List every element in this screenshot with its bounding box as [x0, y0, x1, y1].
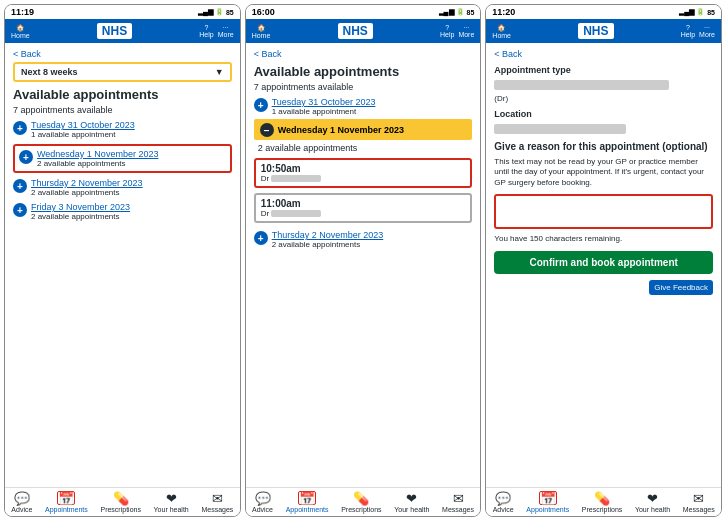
appt-date-4: Friday 3 November 2023	[31, 202, 130, 212]
nhs-header-2: 🏠 Home NHS ? Help ··· More	[246, 19, 481, 43]
battery-icon-3: 🔋	[696, 8, 705, 16]
battery-pct-3: 85	[707, 9, 715, 16]
status-icons-2: ▂▄▆ 🔋 85	[439, 8, 475, 16]
home-icon-1: 🏠	[16, 24, 25, 32]
bottom-nav-1: 💬 Advice 📅 Appointments 💊 Prescriptions …	[5, 487, 240, 516]
appt-type-value-bar	[494, 80, 669, 90]
appointments-icon-3: 📅	[539, 491, 557, 505]
nav-health-3[interactable]: ❤ Your health	[635, 491, 670, 513]
nhs-logo-1: NHS	[97, 23, 132, 39]
nhs-logo-2: NHS	[338, 23, 373, 39]
nav-appointments-3[interactable]: 📅 Appointments	[526, 491, 569, 513]
phone-3: 11:20 ▂▄▆ 🔋 85 🏠 Home NHS ? Help ··· Mor	[485, 4, 722, 517]
dr-text-2: Dr	[261, 209, 466, 218]
signal-icon-3: ▂▄▆	[679, 8, 694, 16]
time-slot-2[interactable]: 11:00am Dr	[254, 193, 473, 223]
help-more-3: ? Help ··· More	[681, 24, 715, 38]
bottom-nav-3: 💬 Advice 📅 Appointments 💊 Prescriptions …	[486, 487, 721, 516]
home-btn-2[interactable]: 🏠 Home	[252, 24, 271, 39]
more-btn-1[interactable]: ··· More	[218, 24, 234, 38]
appt-count-4: 2 available appointments	[31, 212, 130, 221]
expanded-count-2: 2 available appointments	[258, 143, 473, 153]
advice-icon-3: 💬	[494, 491, 512, 505]
expand-icon-1: +	[13, 121, 27, 135]
nav-prescriptions-1[interactable]: 💊 Prescriptions	[100, 491, 140, 513]
appt-text-p2-1: Tuesday 31 October 2023 1 available appo…	[272, 97, 376, 116]
help-btn-1[interactable]: ? Help	[199, 24, 213, 38]
time-text-2: 11:00am	[261, 198, 466, 209]
more-btn-2[interactable]: ··· More	[458, 24, 474, 38]
appt-count-1: 1 available appointment	[31, 130, 135, 139]
expand-icon-4: +	[13, 203, 27, 217]
nav-health-2[interactable]: ❤ Your health	[394, 491, 429, 513]
help-more-1: ? Help ··· More	[199, 24, 233, 38]
appt-text-p2-3: Thursday 2 November 2023 2 available app…	[272, 230, 384, 249]
nav-advice-3[interactable]: 💬 Advice	[493, 491, 514, 513]
expanded-header-2[interactable]: − Wednesday 1 November 2023	[254, 119, 473, 140]
home-btn-3[interactable]: 🏠 Home	[492, 24, 511, 39]
appt-item-p2-1[interactable]: + Tuesday 31 October 2023 1 available ap…	[254, 97, 473, 116]
expand-icon-2: +	[19, 150, 33, 164]
reason-desc: This text may not be read by your GP or …	[494, 157, 713, 188]
appt-item-4[interactable]: + Friday 3 November 2023 2 available app…	[13, 202, 232, 221]
signal-icon-2: ▂▄▆	[439, 8, 454, 16]
nav-appointments-2[interactable]: 📅 Appointments	[286, 491, 329, 513]
back-link-2[interactable]: Back	[254, 49, 473, 59]
appointments-icon-1: 📅	[57, 491, 75, 505]
back-link-3[interactable]: Back	[494, 49, 713, 59]
battery-pct-2: 85	[467, 9, 475, 16]
messages-icon-3: ✉	[690, 491, 708, 505]
appt-date-3: Thursday 2 November 2023	[31, 178, 143, 188]
more-btn-3[interactable]: ··· More	[699, 24, 715, 38]
appt-text-3: Thursday 2 November 2023 2 available app…	[31, 178, 143, 197]
back-link-1[interactable]: Back	[13, 49, 232, 59]
nav-advice-1[interactable]: 💬 Advice	[11, 491, 32, 513]
nav-messages-3[interactable]: ✉ Messages	[683, 491, 715, 513]
nav-messages-2[interactable]: ✉ Messages	[442, 491, 474, 513]
help-more-2: ? Help ··· More	[440, 24, 474, 38]
appt-item-p2-3[interactable]: + Thursday 2 November 2023 2 available a…	[254, 230, 473, 249]
nav-health-1[interactable]: ❤ Your health	[154, 491, 189, 513]
home-btn-1[interactable]: 🏠 Home	[11, 24, 30, 39]
appt-count-p2-3: 2 available appointments	[272, 240, 384, 249]
time-slot-1[interactable]: 10:50am Dr	[254, 158, 473, 188]
signal-icon-1: ▂▄▆	[198, 8, 213, 16]
appt-item-2[interactable]: + Wednesday 1 November 2023 2 available …	[13, 144, 232, 173]
page-title-2: Available appointments	[254, 64, 473, 79]
time-2: 16:00	[252, 7, 275, 17]
give-feedback-button[interactable]: Give Feedback	[649, 280, 713, 295]
appt-date-2: Wednesday 1 November 2023	[37, 149, 158, 159]
nav-prescriptions-3[interactable]: 💊 Prescriptions	[582, 491, 622, 513]
time-3: 11:20	[492, 7, 515, 17]
reason-input[interactable]	[494, 194, 713, 229]
appt-item-1[interactable]: + Tuesday 31 October 2023 1 available ap…	[13, 120, 232, 139]
prescriptions-icon-1: 💊	[112, 491, 130, 505]
chars-remaining: You have 150 characters remaining.	[494, 234, 713, 243]
messages-icon-1: ✉	[208, 491, 226, 505]
expand-icon-p2-3: +	[254, 231, 268, 245]
phone-content-2: Back Available appointments 7 appointmen…	[246, 43, 481, 487]
nav-prescriptions-2[interactable]: 💊 Prescriptions	[341, 491, 381, 513]
filter-box-1[interactable]: Next 8 weeks ▼	[13, 62, 232, 82]
advice-icon-1: 💬	[13, 491, 31, 505]
nav-appointments-1[interactable]: 📅 Appointments	[45, 491, 88, 513]
prescriptions-icon-3: 💊	[593, 491, 611, 505]
appt-item-3[interactable]: + Thursday 2 November 2023 2 available a…	[13, 178, 232, 197]
confirm-book-button[interactable]: Confirm and book appointment	[494, 251, 713, 274]
help-btn-3[interactable]: ? Help	[681, 24, 695, 38]
more-icon-3: ···	[704, 24, 710, 31]
dr-name-blurred-2	[271, 210, 321, 217]
nav-messages-1[interactable]: ✉ Messages	[201, 491, 233, 513]
nav-advice-2[interactable]: 💬 Advice	[252, 491, 273, 513]
appt-count-3: 2 available appointments	[31, 188, 143, 197]
time-text-1: 10:50am	[261, 163, 466, 174]
help-icon-1: ?	[205, 24, 209, 31]
home-icon-3: 🏠	[497, 24, 506, 32]
help-btn-2[interactable]: ? Help	[440, 24, 454, 38]
nhs-header-3: 🏠 Home NHS ? Help ··· More	[486, 19, 721, 43]
help-icon-2: ?	[445, 24, 449, 31]
bottom-nav-2: 💬 Advice 📅 Appointments 💊 Prescriptions …	[246, 487, 481, 516]
help-icon-3: ?	[686, 24, 690, 31]
reason-title: Give a reason for this appointment (opti…	[494, 141, 713, 152]
appt-date-p2-1: Tuesday 31 October 2023	[272, 97, 376, 107]
